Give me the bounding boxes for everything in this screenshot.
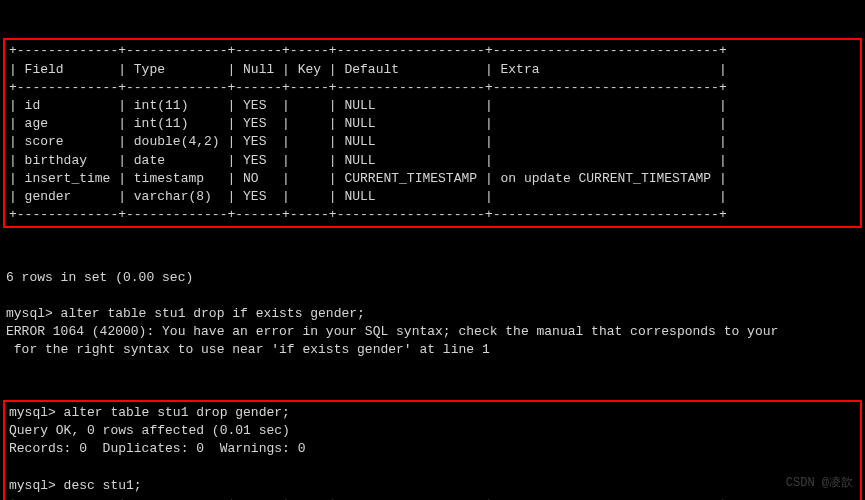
records-summary: Records: 0 Duplicates: 0 Warnings: 0 xyxy=(9,441,305,456)
table-row: | insert_time | timestamp | NO | | CURRE… xyxy=(9,171,727,186)
highlight-box-1: +-------------+-------------+------+----… xyxy=(3,38,862,228)
table-row: | gender | varchar(8) | YES | | NULL | | xyxy=(9,189,727,204)
terminal-output: +-------------+-------------+------+----… xyxy=(0,0,865,500)
mysql-prompt-cmd[interactable]: mysql> desc stu1; xyxy=(9,478,142,493)
error-message: ERROR 1064 (42000): You have an error in… xyxy=(6,324,778,339)
table-row: | id | int(11) | YES | | NULL | | xyxy=(9,98,727,113)
table-header: | Field | Type | Null | Key | Default | … xyxy=(9,62,727,77)
table-row: | score | double(4,2) | YES | | NULL | | xyxy=(9,134,727,149)
error-message: for the right syntax to use near 'if exi… xyxy=(6,342,490,357)
table-border: +-------------+-------------+------+----… xyxy=(9,207,727,222)
mysql-prompt-cmd[interactable]: mysql> alter table stu1 drop gender; xyxy=(9,405,290,420)
watermark-text: CSDN @凌歆 xyxy=(786,475,853,492)
table-row: | birthday | date | YES | | NULL | | xyxy=(9,153,727,168)
table-border: +-------------+-------------+------+----… xyxy=(9,496,727,500)
highlight-box-2: mysql> alter table stu1 drop gender; Que… xyxy=(3,400,862,500)
rows-in-set: 6 rows in set (0.00 sec) xyxy=(6,270,193,285)
table-row: | age | int(11) | YES | | NULL | | xyxy=(9,116,727,131)
query-ok: Query OK, 0 rows affected (0.01 sec) xyxy=(9,423,290,438)
command-output-gap: 6 rows in set (0.00 sec) mysql> alter ta… xyxy=(0,267,865,362)
mysql-prompt-cmd[interactable]: mysql> alter table stu1 drop if exists g… xyxy=(6,306,365,321)
table-border: +-------------+-------------+------+----… xyxy=(9,43,727,58)
table-border: +-------------+-------------+------+----… xyxy=(9,80,727,95)
